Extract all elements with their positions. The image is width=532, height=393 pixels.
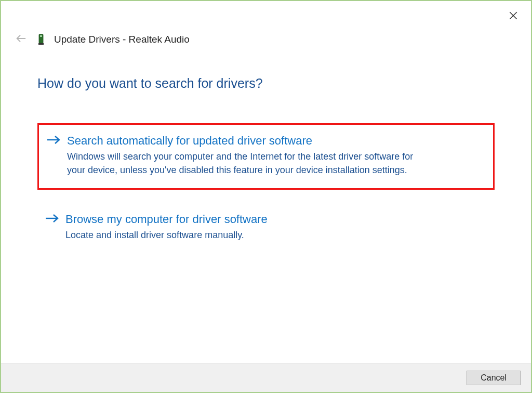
arrow-right-icon xyxy=(46,134,63,148)
cancel-button[interactable]: Cancel xyxy=(467,371,521,385)
dialog-header: Update Drivers - Realtek Audio xyxy=(1,1,531,47)
option-text: Browse my computer for driver software L… xyxy=(65,212,485,242)
option-title: Browse my computer for driver software xyxy=(65,212,485,227)
update-drivers-dialog: Update Drivers - Realtek Audio How do yo… xyxy=(1,1,531,392)
svg-rect-4 xyxy=(40,35,42,37)
option-description: Windows will search your computer and th… xyxy=(67,150,420,177)
content-heading: How do you want to search for drivers? xyxy=(37,76,495,91)
option-search-automatically[interactable]: Search automatically for updated driver … xyxy=(37,123,495,190)
option-browse-computer[interactable]: Browse my computer for driver software L… xyxy=(37,203,495,253)
dialog-title: Update Drivers - Realtek Audio xyxy=(54,34,190,45)
option-text: Search automatically for updated driver … xyxy=(67,133,484,177)
device-icon xyxy=(36,33,46,46)
back-button xyxy=(14,32,28,47)
arrow-right-icon xyxy=(45,213,61,226)
dialog-content: How do you want to search for drivers? S… xyxy=(1,47,531,363)
back-arrow-icon xyxy=(15,33,26,46)
close-icon xyxy=(509,11,518,22)
option-description: Locate and install driver software manua… xyxy=(65,228,419,242)
dialog-footer: Cancel xyxy=(1,363,531,392)
close-button[interactable] xyxy=(507,10,520,23)
option-title: Search automatically for updated driver … xyxy=(67,133,484,149)
svg-rect-5 xyxy=(38,43,44,45)
